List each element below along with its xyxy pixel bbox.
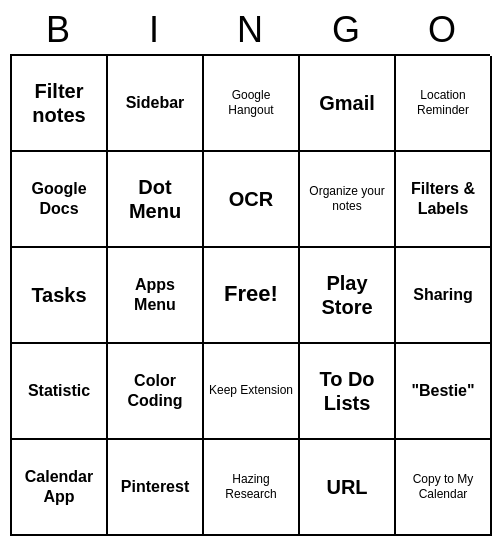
bingo-cell: Filter notes [12,56,108,152]
bingo-cell: Statistic [12,344,108,440]
bingo-letter: G [302,8,390,51]
bingo-grid: Filter notesSidebarGoogle HangoutGmailLo… [10,54,490,536]
bingo-header: BINGO [10,8,490,51]
bingo-cell: Dot Menu [108,152,204,248]
bingo-cell: Keep Extension [204,344,300,440]
bingo-cell: Color Coding [108,344,204,440]
bingo-letter: I [110,8,198,51]
bingo-cell: "Bestie" [396,344,492,440]
bingo-cell: Play Store [300,248,396,344]
bingo-cell: Location Reminder [396,56,492,152]
bingo-container: BINGO Filter notesSidebarGoogle HangoutG… [10,8,490,535]
bingo-cell: Apps Menu [108,248,204,344]
bingo-cell: Google Docs [12,152,108,248]
bingo-cell: Filters & Labels [396,152,492,248]
bingo-cell: Sharing [396,248,492,344]
bingo-cell: Hazing Research [204,440,300,536]
bingo-cell: URL [300,440,396,536]
bingo-letter: O [398,8,486,51]
bingo-cell: Gmail [300,56,396,152]
bingo-cell: Google Hangout [204,56,300,152]
bingo-cell: Sidebar [108,56,204,152]
bingo-cell: OCR [204,152,300,248]
bingo-cell: Free! [204,248,300,344]
bingo-cell: Pinterest [108,440,204,536]
bingo-letter: N [206,8,294,51]
bingo-cell: Tasks [12,248,108,344]
bingo-cell: Copy to My Calendar [396,440,492,536]
bingo-cell: To Do Lists [300,344,396,440]
bingo-letter: B [14,8,102,51]
bingo-cell: Calendar App [12,440,108,536]
bingo-cell: Organize your notes [300,152,396,248]
